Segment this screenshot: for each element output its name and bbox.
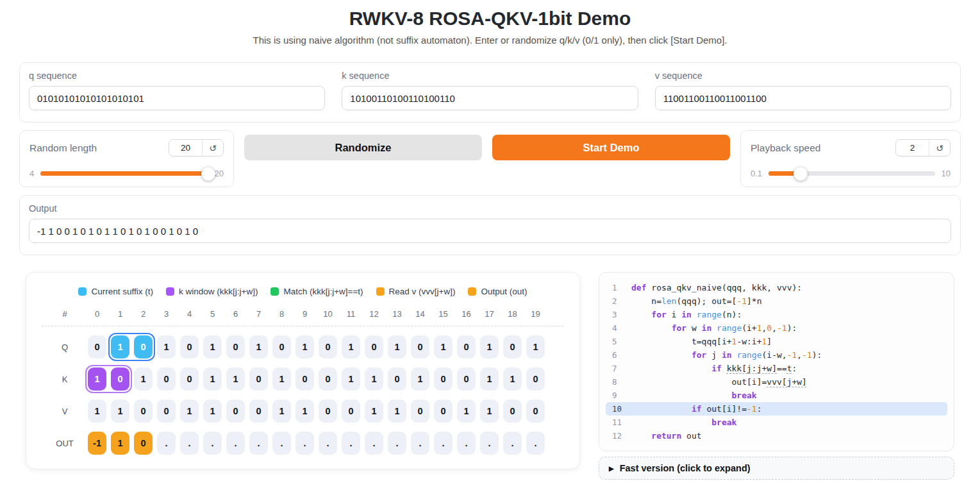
grid-cell: 0 — [180, 367, 199, 391]
grid-col-header: 16 — [457, 309, 476, 319]
grid-cell: . — [526, 432, 545, 455]
grid-row-label: OUT — [42, 439, 88, 448]
legend-swatch-icon — [376, 287, 385, 296]
grid-cell: -1 — [88, 432, 106, 455]
line-number: 8 — [606, 375, 631, 389]
grid-cell: . — [434, 432, 453, 455]
q-sequence-input[interactable] — [29, 86, 325, 110]
grid-row-k: K10100110100110100110 — [42, 367, 564, 391]
playback-speed-value[interactable]: 2 — [896, 140, 929, 156]
grid-cell: 1 — [365, 400, 383, 423]
grid-cell: 0 — [134, 400, 153, 423]
random-length-slider-thumb[interactable] — [201, 167, 215, 181]
grid-cell: 1 — [111, 335, 129, 359]
legend: Current suffix (t)k window (kkk[j:j+w])M… — [42, 287, 564, 296]
grid-cell: . — [203, 432, 222, 455]
grid-cell: 0 — [319, 400, 337, 423]
code-text: out[i]=vvv[j+w] — [631, 375, 947, 389]
legend-swatch-icon — [270, 287, 279, 296]
grid-cell: 0 — [388, 367, 406, 391]
random-length-slider-fill — [40, 171, 208, 176]
grid-col-header: 15 — [434, 309, 453, 319]
grid-cell: 1 — [388, 335, 406, 359]
legend-item: k window (kkk[j:j+w]) — [166, 287, 258, 296]
random-length-max: 20 — [215, 169, 224, 178]
grid-cell: 1 — [203, 335, 222, 359]
playback-speed-slider[interactable] — [768, 171, 934, 176]
grid-cell: . — [157, 432, 176, 455]
grid-cell: 0 — [226, 335, 245, 359]
random-length-slider[interactable] — [40, 171, 208, 176]
code-line: 10 if out[i]!=-1: — [606, 402, 947, 416]
playback-speed-slider-thumb[interactable] — [793, 167, 808, 181]
grid-cell: . — [249, 432, 268, 455]
grid-cell: 0 — [503, 335, 522, 359]
output-field[interactable] — [29, 219, 951, 243]
grid-cell: 1 — [365, 367, 383, 391]
playback-speed-min: 0.1 — [751, 169, 762, 178]
grid-col-header: 0 — [88, 309, 106, 319]
line-number: 10 — [606, 402, 631, 416]
grid-cell: 1 — [88, 367, 106, 391]
v-sequence-input[interactable] — [655, 86, 951, 110]
random-length-reset-icon[interactable]: ↺ — [203, 140, 223, 156]
random-length-value[interactable]: 20 — [169, 140, 203, 156]
grid-cell: 1 — [203, 400, 222, 423]
grid-cell: 1 — [388, 400, 406, 423]
legend-label: Read v (vvv[j+w]) — [389, 287, 456, 296]
grid-cell: 1 — [480, 335, 499, 359]
random-length-min: 4 — [29, 169, 34, 178]
grid-cell: 0 — [111, 367, 129, 391]
grid-cell: 0 — [342, 400, 360, 423]
fast-version-expander[interactable]: ▶ Fast version (click to expand) — [599, 457, 954, 480]
code-column: 1def rosa_qkv_naive(qqq, kkk, vvv):2 n=l… — [599, 272, 954, 480]
playback-speed-label: Playback speed — [751, 142, 820, 154]
grid-cell: 0 — [503, 400, 522, 423]
code-text: for j in range(i-w,-1,-1): — [631, 348, 947, 362]
playback-speed-reset-icon[interactable]: ↺ — [929, 140, 950, 156]
grid-cell: 1 — [111, 400, 129, 423]
grid-cell: 1 — [480, 400, 499, 423]
grid-cell: 0 — [134, 335, 153, 359]
controls-row: Random length 20 ↺ 4 20 Randomize Start … — [19, 130, 961, 187]
k-sequence-input[interactable] — [342, 86, 638, 110]
output-card: Output — [19, 195, 961, 255]
start-demo-button[interactable]: Start Demo — [492, 135, 730, 160]
grid-cell: 0 — [295, 367, 314, 391]
grid-cell: . — [272, 432, 291, 455]
grid-cell: 1 — [88, 400, 106, 423]
code-line: 5 t=qqq[i+1-w:i+1] — [606, 335, 947, 348]
grid-cell: . — [457, 432, 476, 455]
grid-cell: 0 — [434, 400, 453, 423]
grid-col-header: 7 — [249, 309, 268, 319]
grid-divider — [42, 326, 564, 326]
page-title: RWKV-8 ROSA-QKV-1bit Demo — [19, 8, 961, 30]
grid-corner-label: # — [42, 309, 88, 319]
code-line: 6 for j in range(i-w,-1,-1): — [606, 348, 947, 362]
code-text: for i in range(n): — [631, 308, 947, 321]
bottom-row: Current suffix (t)k window (kkk[j:j+w])M… — [26, 272, 961, 480]
sequence-inputs-card: q sequence k sequence v sequence — [19, 62, 961, 122]
randomize-button[interactable]: Randomize — [244, 135, 482, 160]
grid-cell: 0 — [319, 367, 337, 391]
grid-cell: 1 — [503, 367, 522, 391]
code-text: return out — [631, 429, 947, 443]
k-sequence-group: k sequence — [342, 71, 638, 110]
grid-col-header: 10 — [319, 309, 337, 319]
legend-item: Current suffix (t) — [78, 287, 153, 296]
line-number: 2 — [606, 294, 631, 308]
grid-col-header: 1 — [111, 309, 129, 319]
grid-cell: 1 — [480, 367, 499, 391]
grid-col-header: 18 — [503, 309, 522, 319]
code-line: 8 out[i]=vvv[j+w] — [606, 375, 947, 389]
grid-cell: 1 — [295, 400, 314, 423]
grid-col-header: 6 — [226, 309, 245, 319]
grid-col-header: 19 — [526, 309, 545, 319]
legend-label: Match (kkk[j:j+w]==t) — [283, 287, 363, 296]
code-panel: 1def rosa_qkv_naive(qqq, kkk, vvv):2 n=l… — [599, 272, 954, 451]
grid-cell: . — [180, 432, 199, 455]
line-number: 9 — [606, 389, 631, 402]
q-sequence-group: q sequence — [29, 71, 325, 110]
grid-header-row: #012345678910111213141516171819 — [42, 307, 564, 321]
legend-label: k window (kkk[j:j+w]) — [179, 287, 258, 296]
